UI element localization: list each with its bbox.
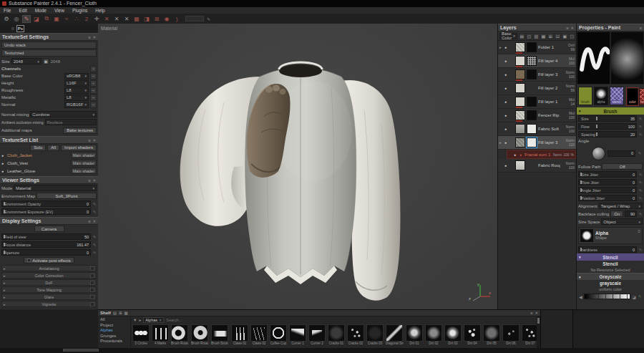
shelf-item-thumbnail[interactable]	[483, 324, 500, 342]
expression-pen-icon[interactable]: ✎	[638, 248, 643, 252]
toolbar-tool-icon[interactable]: ✎	[22, 15, 31, 23]
textureset-row[interactable]: ● Cloth_Jacket Main shader	[0, 151, 98, 159]
shelf-item[interactable]: Cracks 02	[347, 324, 364, 346]
duplicate-layer[interactable]: ⊡	[555, 33, 561, 39]
post-effect-row[interactable]: ▸ Glare	[1, 294, 97, 300]
post-effect-row[interactable]: ▸ Vignette	[1, 301, 97, 307]
backface-culling-toggle[interactable]: On	[610, 211, 623, 217]
layer-row[interactable]: ▸ ● ● Fractal sum 1 Norm 100 %	[507, 150, 576, 159]
slider-control[interactable]: Position Jitter 0	[578, 195, 637, 201]
camera-button[interactable]: Camera	[34, 226, 64, 232]
shelf-category[interactable]: Alphas	[100, 328, 130, 334]
shelf-item[interactable]: Dirt 01	[406, 324, 423, 346]
alpha-menu-icon[interactable]: ≡	[638, 229, 640, 242]
remove-channel-icon[interactable]: −	[90, 87, 97, 94]
shelf-category[interactable]: All	[100, 317, 130, 323]
textureset-settings-header[interactable]: TextureSet Settings ≡ ✕	[0, 33, 98, 41]
delete-layer[interactable]: ▢	[569, 33, 575, 39]
opacity-value[interactable]: 56	[570, 88, 575, 92]
shelf-category[interactable]: Project	[100, 323, 130, 329]
alpha-resource-box[interactable]: Alpha Shape ≡	[578, 227, 643, 244]
layers-header[interactable]: Layers ≡ ✕	[498, 24, 576, 32]
hardness-slider[interactable]: hardness 0	[578, 246, 637, 253]
angle-dial[interactable]	[592, 147, 605, 160]
layer-row[interactable]: ▸ ● ● Fill layer 3 Norm 100	[498, 136, 576, 150]
shelf-item-thumbnail[interactable]	[425, 324, 442, 342]
expression-pen-icon[interactable]: ✎	[638, 117, 643, 121]
resource-slot[interactable]: brush	[578, 87, 592, 105]
slider-control[interactable]: Flow 100	[578, 123, 637, 130]
layer-thumbnail[interactable]	[515, 137, 525, 148]
alignment-dropdown[interactable]: Tangent / Wrap▾	[599, 203, 643, 209]
shelf-item-thumbnail[interactable]	[444, 324, 462, 342]
shelf-category[interactable]: Procedurals	[100, 339, 130, 344]
remove-channel-icon[interactable]: −	[90, 102, 97, 108]
panel-close-icon[interactable]: ✕	[92, 219, 96, 223]
grayscale-section-header[interactable]: ▾Grayscale	[577, 273, 644, 280]
panel-menu-icon[interactable]: ≡	[566, 26, 568, 30]
shelf-item-thumbnail[interactable]	[152, 324, 169, 342]
shader-button[interactable]: Main shader	[71, 160, 97, 166]
toolbar-tool-icon[interactable]: ✕	[122, 15, 131, 23]
slider-control[interactable]: Size 35	[578, 115, 637, 122]
shelf-item[interactable]: Brush Strok...	[211, 324, 229, 346]
post-effect-row[interactable]: ▸ DoF	[1, 279, 97, 286]
expression-pen-icon[interactable]: ✎	[638, 132, 643, 137]
undo-stack-button[interactable]: Undo stack	[1, 42, 97, 49]
shelf-item[interactable]: Cracks 03	[366, 324, 384, 346]
panel-menu-icon[interactable]: ≡	[88, 138, 90, 142]
shelf-item-thumbnail[interactable]	[250, 324, 268, 342]
slider-control[interactable]: Field of view 50	[1, 233, 91, 240]
layer-row[interactable]: ▸ ● ● Fill layer 2 Norm 56	[498, 82, 576, 95]
slider-control[interactable]: Size Jitter 0	[578, 171, 637, 178]
post-effect-row[interactable]: ▸ Antialiasing	[1, 265, 97, 271]
shelf-item-thumbnail[interactable]	[406, 324, 423, 342]
layer-row[interactable]: ▸ ● ● Fabric Rough 2 Norm 100	[498, 159, 576, 173]
panel-close-icon[interactable]: ✕	[570, 26, 574, 30]
shelf-header[interactable]: Shelf ▤ ⊞ ▦ ≡ ✕	[98, 310, 540, 316]
expression-pen-icon[interactable]: ✎	[638, 188, 643, 193]
shelf-item[interactable]: 4 Marks	[152, 324, 169, 346]
textureset-list-header[interactable]: TextureSet List ≡ ✕	[0, 136, 98, 144]
slider-knob[interactable]	[596, 117, 597, 120]
3d-viewport[interactable]: Material	[98, 24, 497, 309]
layer-mask-thumbnail[interactable]	[527, 97, 537, 107]
toolbar-tool-icon[interactable]: ◪	[32, 15, 41, 23]
add-fill-layer[interactable]: ▦	[540, 33, 547, 39]
shelf-view-icon[interactable]: ▦	[124, 311, 127, 315]
toolbar-tool-icon[interactable]: ◉	[162, 15, 171, 23]
expression-pen-icon[interactable]: ✎	[92, 210, 97, 214]
layer-row[interactable]: ▸ ● ● Fencer Rip Cloth Mul 100	[498, 109, 576, 122]
layer-blend-opacity[interactable]: Norm 100	[562, 125, 575, 133]
display-settings-header[interactable]: Display Settings ≡ ✕	[0, 217, 98, 225]
shelf-item-thumbnail[interactable]	[191, 324, 208, 342]
toolbar-tool-icon[interactable]: ∴	[72, 15, 81, 23]
menu-item[interactable]: View	[54, 8, 64, 13]
shelf-item-thumbnail[interactable]	[171, 324, 188, 342]
panel-menu-icon[interactable]: ≡	[88, 35, 90, 39]
brush-section-header[interactable]: ▾Brush	[577, 107, 644, 115]
layer-thumbnail[interactable]	[515, 124, 525, 134]
slider-control[interactable]: Environment Exposure (EV) 0	[1, 208, 91, 215]
post-effect-checkbox[interactable]	[90, 274, 94, 278]
layer-thumbnail[interactable]	[515, 83, 525, 93]
size-space-dropdown[interactable]: Object▾	[601, 218, 643, 225]
shelf-item[interactable]: Coffee Cup	[270, 324, 287, 346]
filter-tag[interactable]: Alphas✕	[143, 317, 164, 323]
visibility-eye-icon[interactable]: ●	[504, 86, 509, 90]
layer-thumbnail[interactable]	[515, 69, 525, 79]
panel-menu-icon[interactable]: ≡	[88, 178, 90, 183]
opacity-value[interactable]: 99	[570, 47, 575, 52]
slider-control[interactable]: Environment Opacity 0	[1, 200, 91, 207]
filter-icon[interactable]: ▼	[133, 318, 137, 322]
ao-mixing-field[interactable]: Replace	[45, 119, 97, 125]
toolbar-input[interactable]	[185, 16, 204, 21]
post-effect-row[interactable]: ▸ Color Correction	[1, 272, 97, 279]
slider-control[interactable]: Focus distance 161.47	[1, 241, 91, 248]
layer-blend-opacity[interactable]: Mul 100	[562, 111, 575, 120]
visibility-eye-icon[interactable]: ●	[504, 127, 509, 131]
post-effect-checkbox[interactable]	[90, 302, 94, 306]
solo-button[interactable]: Solo	[30, 145, 46, 151]
shelf-item-thumbnail[interactable]	[366, 324, 384, 342]
bake-textures-button[interactable]: Bake textures	[63, 127, 97, 134]
